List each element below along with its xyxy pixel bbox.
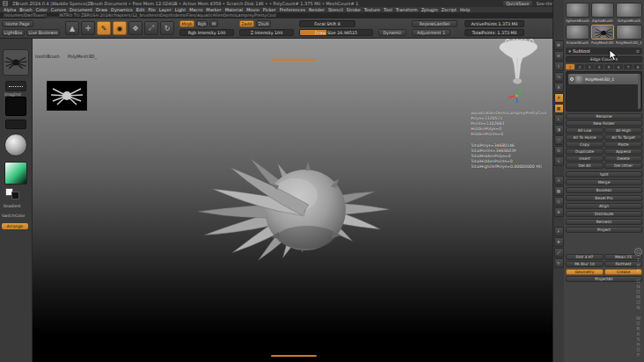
tool-thumbnail[interactable]: AlphaBrush (591, 3, 614, 23)
quick-select-cell[interactable]: 1 (566, 64, 574, 69)
menu-item[interactable]: Stroke (347, 7, 361, 12)
focal-shift-slider[interactable]: Focal Shift 8 (299, 20, 355, 27)
switch-color-button[interactable]: SwitchColor (2, 214, 26, 218)
subtool-button[interactable]: Insert (566, 156, 604, 162)
menu-item[interactable]: Zplugin (421, 7, 438, 12)
project-param[interactable]: Farthest (604, 261, 642, 267)
right-shelf-icon[interactable]: ◑ (554, 125, 564, 134)
subtool-button[interactable]: Copy (566, 141, 604, 148)
project-param[interactable]: Dist 3.97 (566, 254, 604, 260)
menu-item[interactable]: Picker (263, 7, 276, 12)
menu-item[interactable]: Stencil (328, 7, 343, 12)
right-shelf-icon[interactable]: ▦ (554, 186, 564, 196)
menu-item[interactable]: Dynamics (111, 7, 133, 12)
repeat-last-button[interactable]: RepeatLastRel (412, 20, 457, 27)
subsection-header[interactable]: Boolean (566, 187, 642, 193)
menu-item[interactable]: Edit (136, 7, 145, 12)
right-shelf-icon[interactable]: U (554, 197, 564, 206)
right-shelf-icon[interactable]: ◻ (554, 135, 564, 145)
right-shelf-icon[interactable]: L (554, 114, 564, 124)
subtool-button[interactable]: Paste (604, 141, 642, 148)
right-shelf-icon[interactable]: S (554, 156, 564, 166)
right-shelf-icon[interactable]: ✥ (554, 40, 564, 50)
toolbar-mode-icon[interactable]: ↻ (160, 21, 174, 35)
right-shelf-icon[interactable]: A (554, 83, 564, 92)
tool-thumbnail[interactable]: PolyMesh3D_1 (616, 25, 642, 45)
menu-item[interactable]: Zscript (442, 7, 457, 12)
subtool-button[interactable]: Append (604, 148, 642, 155)
axis-gizmo[interactable] (508, 88, 525, 105)
quick-select-cell[interactable]: 3 (585, 64, 594, 69)
toolbar-mode-icon[interactable]: ◉ (113, 21, 127, 35)
brush-preview-thumbnail[interactable] (47, 81, 87, 111)
mrgb-button[interactable]: Mrgb (179, 20, 194, 27)
tool-thumbnail[interactable]: EraserBrush (566, 25, 589, 45)
right-shelf-icon[interactable]: ½ (554, 72, 564, 82)
canvas-scrollbar-top[interactable] (271, 59, 317, 61)
material-selector[interactable] (4, 134, 27, 156)
project-param[interactable]: Mean 25 (604, 254, 642, 260)
visibility-eye-icon[interactable] (570, 77, 574, 81)
right-shelf-icon[interactable]: X (554, 176, 564, 185)
tool-thumbnail[interactable]: SphereBrush (566, 3, 589, 23)
palette-button[interactable]: ProjectAll (566, 276, 642, 282)
subtool-scrollbar[interactable] (638, 74, 640, 109)
right-shelf-icon[interactable]: ▦ (554, 104, 564, 113)
tool-thumbnail-image[interactable] (591, 3, 614, 18)
toolbar-mode-icon[interactable]: ✛ (81, 21, 95, 35)
gradient-label[interactable]: Gradient (4, 204, 21, 208)
tool-thumbnail-image[interactable] (591, 25, 614, 40)
tool-thumbnail[interactable]: SimpleBrush (616, 3, 642, 23)
menu-item[interactable]: Texture (364, 7, 380, 12)
m-button[interactable]: M (209, 20, 218, 27)
rgb-button[interactable]: Rgb (196, 20, 208, 27)
color-picker[interactable] (4, 162, 27, 185)
menu-item[interactable]: Help (460, 7, 470, 12)
secondary-color-swatch[interactable] (11, 192, 19, 199)
lightbox-button[interactable]: LightBox (2, 29, 25, 36)
subtool-button[interactable]: Del Other (604, 163, 642, 169)
right-shelf-icon[interactable]: P (554, 93, 564, 103)
subsection-header[interactable]: Split (566, 171, 642, 177)
right-shelf-icon[interactable]: ⤢ (554, 248, 564, 257)
subtool-button[interactable]: All High (604, 127, 642, 134)
stroke-selector[interactable] (5, 81, 26, 91)
menu-item[interactable]: Tool (384, 7, 392, 12)
menu-item[interactable]: Render (309, 7, 325, 12)
quick-select-cell[interactable]: 2 (575, 64, 584, 69)
document-canvas[interactable]: toothBrush PolyMesh3D_ aquaticAlienDemoL… (33, 39, 553, 362)
right-shelf-icon[interactable]: 1 (554, 62, 564, 71)
quicksave-button[interactable]: QuickSave (503, 1, 531, 6)
menu-item[interactable]: Movie (246, 7, 260, 12)
right-shelf-icon[interactable]: G (554, 146, 564, 156)
menu-item[interactable]: Document (70, 7, 92, 12)
right-shelf-icon[interactable]: ↻ (554, 258, 564, 268)
subsection-header[interactable]: Project (566, 227, 642, 233)
toolbar-mode-icon[interactable]: ⤢ (144, 21, 158, 35)
menu-item[interactable]: Material (225, 7, 243, 12)
live-booleans-button[interactable]: Live Booleans (26, 29, 60, 36)
menu-item[interactable]: File (148, 7, 155, 12)
subtool-button[interactable]: Duplicate (566, 148, 604, 155)
z-intensity-slider[interactable]: Z Intensity 100 (239, 29, 294, 36)
adjustment-button[interactable]: Adjustment 1 (412, 29, 450, 36)
subtool-button[interactable]: Rename (566, 113, 642, 119)
right-shelf-icon[interactable]: F (554, 227, 564, 236)
right-shelf-icon[interactable]: ✥ (554, 237, 564, 247)
toolbar-mode-icon[interactable]: ▲ (65, 21, 79, 35)
arrange-button[interactable]: Arrange (2, 223, 28, 229)
subtool-section-header[interactable]: ▼ Subtool ≡ (566, 47, 642, 54)
menu-item[interactable]: Preferences (280, 7, 305, 12)
subsection-header[interactable]: Align (566, 203, 642, 209)
subtool-button[interactable]: All Low (566, 127, 604, 134)
palette-button[interactable]: Crease (604, 269, 642, 275)
tool-thumbnail[interactable]: PolyMesh3D (591, 25, 614, 45)
subsection-header[interactable]: Bevel Pro (566, 195, 642, 201)
menu-item[interactable]: Brush (19, 7, 32, 12)
menu-item[interactable]: Curves (51, 7, 66, 12)
menu-item[interactable]: Draw (96, 7, 107, 12)
subtool-button[interactable]: All To Target (604, 134, 642, 141)
texture-selector[interactable] (5, 119, 26, 129)
subsection-header[interactable]: Distribute (566, 211, 642, 217)
subtool-button[interactable]: Del All (566, 163, 604, 169)
